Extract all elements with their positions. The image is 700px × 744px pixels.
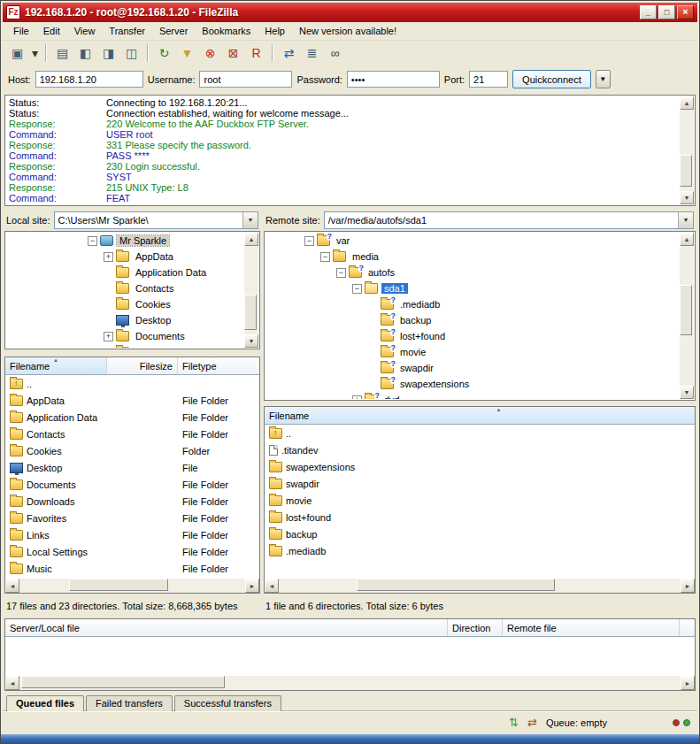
tree-item-media[interactable]: −media (265, 249, 680, 265)
tree-item-application-data[interactable]: Application Data (6, 265, 244, 280)
menu-item-bookmarks[interactable]: Bookmarks (195, 24, 258, 38)
scrollbar-thumb[interactable] (69, 579, 168, 591)
synchronized-browsing-button[interactable]: ≣ (301, 43, 323, 64)
close-button[interactable]: × (677, 5, 694, 19)
local-list-hscrollbar[interactable]: ◄ ► (5, 579, 259, 593)
tree-item-backup[interactable]: backup (265, 312, 680, 328)
scrollbar-thumb[interactable] (357, 579, 555, 591)
expand-icon[interactable]: + (104, 252, 113, 262)
scrollbar-track[interactable] (19, 676, 681, 690)
remote-site-dropdown-button[interactable]: ▼ (678, 212, 693, 228)
scrollbar-thumb[interactable] (244, 295, 257, 330)
column-header-server-local-file[interactable]: Server/Local file (5, 619, 448, 636)
find-files-button[interactable]: ∞ (324, 43, 346, 64)
menu-item-edit[interactable]: Edit (36, 24, 67, 38)
minimize-button[interactable]: _ (640, 5, 657, 19)
disconnect-button[interactable]: ⊠ (222, 43, 244, 64)
file-row-movie[interactable]: movie (265, 492, 695, 509)
scrollbar-thumb[interactable] (680, 155, 692, 188)
scrollbar-track[interactable] (680, 246, 694, 386)
file-row-documents[interactable]: DocumentsFile Folder (5, 476, 259, 493)
column-header-remote-file[interactable]: Remote file (503, 619, 680, 636)
column-header-filename[interactable]: Filename▲ (265, 407, 695, 424)
tab-queued-files[interactable]: Queued files (6, 695, 84, 711)
tree-item-mr-sparkle[interactable]: −Mr Sparkle (6, 233, 244, 249)
scroll-down-button[interactable]: ▼ (244, 334, 258, 348)
file-row-mediadb[interactable]: .mediadb (265, 542, 695, 559)
tree-item-swapextensions[interactable]: swapextensions (265, 376, 680, 392)
password-input[interactable] (347, 71, 440, 88)
file-row-local-settings[interactable]: Local SettingsFile Folder (5, 543, 259, 560)
tab-failed-transfers[interactable]: Failed transfers (86, 695, 173, 711)
tree-item-contacts[interactable]: Contacts (6, 280, 244, 296)
tree-item-documents[interactable]: +Documents (6, 328, 244, 344)
quickconnect-dropdown-button[interactable]: ▼ (596, 70, 611, 88)
queue-hscrollbar[interactable]: ◄ ► (5, 676, 695, 690)
scrollbar-track[interactable] (244, 246, 258, 334)
toggle-queue-button[interactable]: ◫ (120, 43, 142, 64)
scroll-up-button[interactable]: ▲ (680, 233, 694, 246)
scrollbar-thumb[interactable] (680, 285, 692, 335)
file-row-swapextensions[interactable]: swapextensions (265, 458, 695, 475)
menu-item-view[interactable]: View (67, 24, 103, 38)
scroll-right-button[interactable]: ► (681, 676, 695, 690)
menu-item-server[interactable]: Server (152, 24, 195, 38)
toggle-log-button[interactable]: ▤ (51, 43, 73, 64)
remote-list-hscrollbar[interactable]: ◄ ► (265, 579, 695, 593)
port-input[interactable] (469, 71, 508, 88)
file-row-swapdir[interactable]: swapdir (265, 475, 695, 492)
file-row-links[interactable]: LinksFile Folder (5, 526, 259, 543)
speed-limits-icon[interactable]: ⇅ (509, 717, 519, 728)
file-row-backup[interactable]: backup (265, 525, 695, 542)
column-header-filesize[interactable]: Filesize (107, 357, 178, 374)
remote-site-combo[interactable]: /var/media/autofs/sda1 ▼ (324, 211, 694, 229)
column-header-filename[interactable]: Filename▲ (5, 357, 107, 374)
column-header-direction[interactable]: Direction (448, 619, 503, 636)
menu-item-transfer[interactable]: Transfer (102, 24, 152, 38)
scroll-left-button[interactable]: ◄ (5, 579, 19, 593)
tree-item-appdata[interactable]: +AppData (6, 249, 244, 265)
scroll-right-button[interactable]: ► (245, 579, 259, 593)
scroll-right-button[interactable]: ► (681, 579, 695, 593)
scroll-left-button[interactable]: ◄ (5, 676, 19, 690)
scrollbar-track[interactable] (279, 579, 681, 593)
network-activity-icon[interactable]: ⇄ (527, 717, 537, 728)
tree-item-autofs[interactable]: −autofs (265, 265, 680, 280)
site-manager-dropdown-button[interactable]: ▾ (29, 43, 41, 64)
scroll-down-button[interactable]: ▼ (680, 386, 694, 399)
file-row-contacts[interactable]: ContactsFile Folder (5, 426, 259, 442)
file-row-parent-dir[interactable]: .. (5, 375, 259, 392)
menu-item-file[interactable]: File (6, 24, 36, 38)
file-row-appdata[interactable]: AppDataFile Folder (5, 392, 259, 409)
local-site-dropdown-button[interactable]: ▼ (242, 212, 258, 228)
file-row-downloads[interactable]: DownloadsFile Folder (5, 493, 259, 510)
username-input[interactable] (199, 71, 292, 88)
scrollbar-track[interactable] (19, 579, 245, 593)
tab-successful-transfers[interactable]: Successful transfers (174, 695, 281, 711)
queue-list-area[interactable] (5, 637, 695, 676)
quickconnect-button[interactable]: Quickconnect (512, 70, 591, 88)
scroll-down-button[interactable]: ▼ (680, 191, 694, 204)
filter-button[interactable]: ▼ (176, 43, 198, 64)
file-row-desktop[interactable]: DesktopFile (5, 459, 259, 476)
maximize-button[interactable]: □ (658, 5, 675, 19)
tree-item-dvd[interactable]: +dvd (265, 392, 680, 399)
file-row-lost-found[interactable]: lost+found (265, 509, 695, 525)
tree-item-movie[interactable]: movie (265, 344, 680, 360)
remote-tree-scrollbar[interactable]: ▲ ▼ (680, 233, 694, 399)
expand-icon[interactable]: + (104, 348, 113, 349)
menu-item-help[interactable]: Help (258, 24, 292, 38)
tree-item-var[interactable]: −var (265, 233, 680, 249)
local-site-combo[interactable]: C:\Users\Mr Sparkle\ ▼ (54, 211, 258, 229)
local-tree-scrollbar[interactable]: ▲ ▼ (244, 233, 258, 348)
tree-item-swapdir[interactable]: swapdir (265, 360, 680, 376)
toggle-remote-tree-button[interactable]: ◨ (97, 43, 119, 64)
scroll-left-button[interactable]: ◄ (265, 579, 279, 593)
file-row-favorites[interactable]: FavoritesFile Folder (5, 510, 259, 526)
collapse-icon[interactable]: − (320, 252, 330, 262)
site-manager-button[interactable]: ▣ (6, 43, 28, 64)
column-header-filetype[interactable]: Filetype (178, 357, 259, 374)
file-row-cookies[interactable]: CookiesFolder (5, 442, 259, 459)
collapse-icon[interactable]: − (304, 236, 314, 246)
menu-item-new-version-available[interactable]: New version available! (292, 24, 404, 38)
